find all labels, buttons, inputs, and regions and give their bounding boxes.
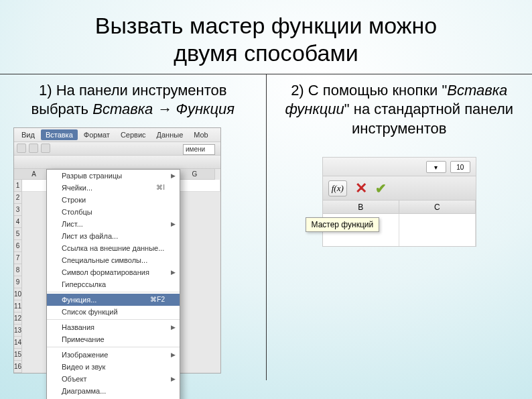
formula-bar: f(x) ✕ ✔ (323, 176, 476, 201)
cancel-icon[interactable]: ✕ (355, 180, 367, 197)
menu-item[interactable]: Примечание (47, 333, 180, 345)
menu-item[interactable]: Гиперссылка (47, 278, 180, 290)
menu-item[interactable]: Список функций (47, 306, 180, 318)
menu-item[interactable]: Столбцы (47, 206, 180, 218)
accept-icon[interactable]: ✔ (375, 180, 387, 196)
left-description: 1) На панели инструментов выбрать Вставк… (13, 81, 253, 119)
toolbar-button[interactable] (17, 144, 26, 153)
row-header: 1 (14, 180, 22, 192)
name-box[interactable]: имени (183, 144, 215, 155)
menu-service[interactable]: Сервис (116, 129, 151, 140)
fx-button[interactable]: f(x) (328, 180, 347, 196)
menu-item[interactable]: Объект▶ (47, 373, 180, 385)
menu-item[interactable]: Символ форматирования▶ (47, 266, 180, 278)
menu-item[interactable]: Названия▶ (47, 321, 180, 333)
menu-mob[interactable]: Mob (189, 129, 212, 140)
menu-item[interactable]: Лист из файла... (47, 230, 180, 242)
right-description: 2) С помощью кнопки "Вставка функции" на… (280, 81, 519, 139)
toolbar-button[interactable] (29, 144, 38, 153)
toolbar-2 (14, 156, 220, 169)
menu-item[interactable]: Ячейки...⌘I (47, 182, 180, 194)
menu-item[interactable]: Диаграмма... (47, 385, 180, 397)
menu-item[interactable]: Разрыв страницы▶ (47, 170, 180, 182)
menubar: Вид Вставка Формат Сервис Данные Mob (14, 128, 220, 142)
menu-item[interactable]: Изображение▶ (47, 349, 180, 361)
menu-item[interactable]: Видео и звук (47, 361, 180, 373)
column-right: 2) С помощью кнопки "Вставка функции" на… (267, 74, 533, 380)
menu-insert[interactable]: Вставка (41, 129, 78, 140)
toolbar-button[interactable] (41, 144, 50, 153)
menu-item-function[interactable]: Функция...⌘F2 (47, 294, 180, 306)
menu-view[interactable]: Вид (17, 129, 40, 140)
column-headers: BC (323, 201, 476, 214)
dropdown[interactable]: ▾ (426, 161, 446, 173)
column-left: 1) На панели инструментов выбрать Вставк… (0, 74, 267, 380)
menu-item[interactable]: Строки (47, 194, 180, 206)
menu-item[interactable]: Ссылка на внешние данные... (47, 242, 180, 254)
menu-format[interactable]: Формат (79, 129, 115, 140)
insert-dropdown: Разрыв страницы▶ Ячейки...⌘I Строки Стол… (46, 169, 180, 399)
value-box[interactable]: 10 (450, 161, 470, 173)
menu-data[interactable]: Данные (152, 129, 188, 140)
app-screenshot-left: Вид Вставка Формат Сервис Данные Mob име… (13, 127, 221, 374)
menu-item[interactable]: Лист...▶ (47, 218, 180, 230)
tooltip: Мастер функций (306, 217, 380, 232)
menu-item[interactable]: Специальные символы... (47, 254, 180, 266)
slide-title: Вызвать мастер функции можнодвумя способ… (0, 0, 532, 74)
app-screenshot-right: ▾ 10 f(x) ✕ ✔ BC (322, 157, 476, 247)
toolbar: ▾ 10 (323, 158, 476, 176)
